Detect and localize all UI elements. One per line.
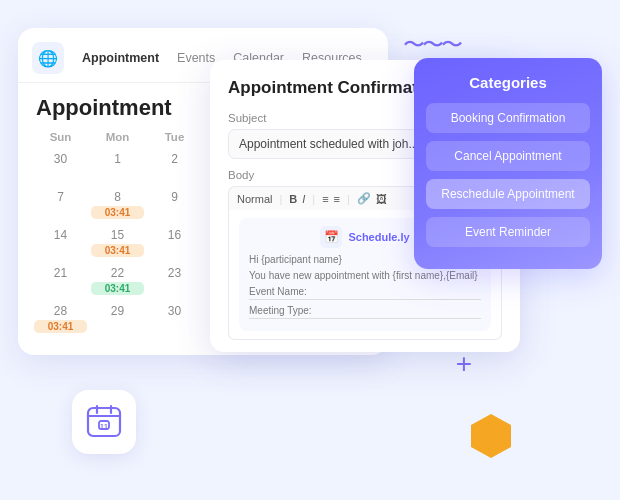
calendar-cell[interactable]: 29	[89, 301, 146, 337]
float-calendar-icon: 11	[72, 390, 136, 454]
calendar-cell[interactable]: 30	[32, 149, 89, 185]
toolbar-bold[interactable]: B	[289, 193, 297, 205]
schedule-logo-icon: 📅	[320, 226, 342, 248]
calendar-cell[interactable]: 1	[89, 149, 146, 185]
schedule-logo-text: Schedule.ly	[348, 231, 409, 243]
toolbar-link[interactable]: 🔗	[357, 192, 371, 205]
calendar-cell[interactable]: 23	[146, 263, 203, 299]
category-reschedule-appointment[interactable]: Reschedule Appointment	[426, 179, 590, 209]
calendar-cell[interactable]: 21	[32, 263, 89, 299]
svg-text:11: 11	[100, 423, 108, 430]
calendar-cell[interactable]: 9	[146, 187, 203, 223]
squiggle-decoration: 〜〜〜	[403, 30, 460, 60]
calendar-cell[interactable]: 30	[146, 301, 203, 337]
category-booking-confirmation[interactable]: Booking Confirmation	[426, 103, 590, 133]
calendar-cell[interactable]: 2803:41	[32, 301, 89, 337]
toolbar-normal[interactable]: Normal	[237, 193, 272, 205]
calendar-cell[interactable]: 2203:41	[89, 263, 146, 299]
toolbar-sep2: |	[312, 193, 315, 205]
day-tue: Tue	[146, 129, 203, 145]
toolbar-list2[interactable]: ≡	[334, 193, 340, 205]
calendar-cell[interactable]: 2	[146, 149, 203, 185]
toolbar-list1[interactable]: ≡	[322, 193, 328, 205]
day-mon: Mon	[89, 129, 146, 145]
hex-decoration	[467, 412, 515, 460]
email-body-text: You have new appointment with {first nam…	[249, 270, 481, 281]
event-name-field: Event Name:	[249, 286, 481, 300]
day-sun: Sun	[32, 129, 89, 145]
category-event-reminder[interactable]: Event Reminder	[426, 217, 590, 247]
meeting-type-field: Meeting Type:	[249, 305, 481, 319]
svg-rect-1	[88, 408, 120, 436]
toolbar-sep3: |	[347, 193, 350, 205]
category-cancel-appointment[interactable]: Cancel Appointment	[426, 141, 590, 171]
calendar-cell[interactable]: 7	[32, 187, 89, 223]
calendar-cell[interactable]: 1503:41	[89, 225, 146, 261]
plus-decoration: +	[456, 348, 472, 380]
toolbar-italic[interactable]: I	[302, 193, 305, 205]
nav-events[interactable]: Events	[177, 51, 215, 65]
nav-appointment[interactable]: Appointment	[82, 51, 159, 65]
categories-title: Categories	[414, 74, 602, 91]
categories-panel: Categories Booking Confirmation Cancel A…	[414, 58, 602, 269]
svg-marker-0	[471, 414, 511, 458]
calendar-cell[interactable]: 803:41	[89, 187, 146, 223]
globe-icon: 🌐	[32, 42, 64, 74]
toolbar-sep1: |	[279, 193, 282, 205]
calendar-cell[interactable]: 14	[32, 225, 89, 261]
calendar-cell[interactable]: 16	[146, 225, 203, 261]
toolbar-image[interactable]: 🖼	[376, 193, 387, 205]
